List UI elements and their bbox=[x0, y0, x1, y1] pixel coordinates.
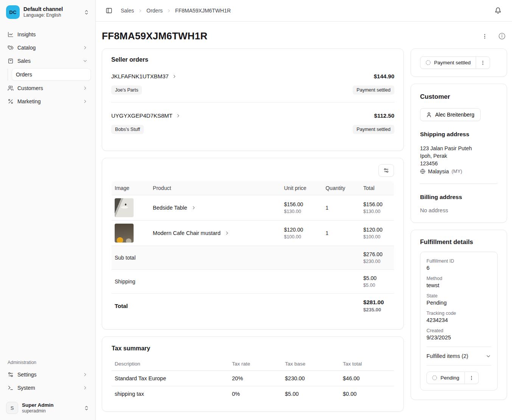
table-row: Bedside Table $156.00 $130.00 1 bbox=[112, 195, 394, 221]
fulfillment-field: State Pending bbox=[426, 293, 491, 306]
address-line: Ipoh, Perak bbox=[420, 152, 498, 160]
fulfilled-items-toggle[interactable]: Fulfilled items (2) bbox=[426, 353, 491, 359]
chevron-right-icon bbox=[138, 8, 143, 13]
sidebar-item-settings[interactable]: Settings bbox=[5, 369, 91, 380]
country-name: Malaysia bbox=[428, 168, 449, 175]
product-link[interactable]: Modern Cafe Chair mustard bbox=[153, 230, 278, 236]
seller-order-link[interactable]: JKLFAFNK1UTXBM37 bbox=[111, 73, 177, 79]
breadcrumb-current: FF8MA59XJM6TWH1R bbox=[175, 8, 231, 14]
quantity-value: 1 bbox=[325, 205, 328, 211]
admin-nav: Settings System bbox=[5, 369, 91, 394]
sidebar-item-customers[interactable]: Customers bbox=[5, 82, 91, 94]
sidebar-item-marketing[interactable]: Marketing bbox=[5, 96, 91, 107]
shopping-bag-icon bbox=[8, 58, 14, 64]
quantity-value: 1 bbox=[325, 230, 328, 236]
customer-link-button[interactable]: Alec Breitenberg bbox=[420, 108, 481, 121]
product-name: Modern Cafe Chair mustard bbox=[153, 230, 221, 236]
sidebar-item-sales[interactable]: Sales bbox=[5, 55, 91, 67]
field-value: 6 bbox=[426, 265, 491, 271]
total-value: $281.00 bbox=[363, 299, 391, 305]
tax-rate: 0% bbox=[229, 386, 282, 401]
sidebar-item-label: Marketing bbox=[17, 98, 79, 104]
chevron-down-icon bbox=[486, 353, 491, 359]
tax-summary-card: Tax summary Description Tax rate Tax bas… bbox=[102, 336, 404, 412]
chevron-right-icon bbox=[82, 385, 88, 390]
seller-order-code: UYGYXGEP4D7KS8MT bbox=[111, 112, 173, 119]
column-header-tax-total: Tax total bbox=[340, 357, 394, 371]
seller-name-badge: Bobs's Stuff bbox=[111, 125, 144, 134]
shipping-value: $5.00 bbox=[363, 275, 391, 281]
order-state-menu-button[interactable] bbox=[476, 57, 490, 68]
unit-price-net: $130.00 bbox=[284, 209, 319, 214]
fulfillment-field: Method tewst bbox=[426, 276, 491, 288]
column-header-image: Image bbox=[112, 181, 150, 195]
shipping-label: Shipping bbox=[115, 278, 135, 285]
table-row: shipping tax 0% $5.00 $0.00 bbox=[112, 386, 394, 401]
billing-address-empty: No address bbox=[420, 207, 498, 213]
seller-order-row: UYGYXGEP4D7KS8MT $112.50 Bobs's Stuff Pa… bbox=[111, 102, 394, 142]
sidebar-item-catalog[interactable]: Catalog bbox=[5, 42, 91, 53]
sliders-icon bbox=[8, 372, 14, 378]
order-state-button[interactable]: Payment settled bbox=[420, 57, 476, 68]
globe-icon bbox=[420, 169, 425, 174]
fulfillment-state-button[interactable]: Pending bbox=[427, 372, 464, 384]
user-menu[interactable]: S Super Admin superadmin bbox=[5, 400, 91, 415]
field-value: 4234234 bbox=[426, 317, 491, 323]
bell-icon[interactable] bbox=[495, 7, 501, 14]
chevron-right-icon bbox=[191, 205, 196, 210]
field-label: State bbox=[426, 293, 491, 299]
fulfillment-field: Tracking code 4234234 bbox=[426, 311, 491, 323]
chevron-right-icon bbox=[82, 86, 88, 91]
field-label: Method bbox=[426, 276, 491, 281]
column-header-product: Product bbox=[150, 181, 281, 195]
product-link[interactable]: Bedside Table bbox=[153, 205, 278, 211]
fulfillment-state-menu-button[interactable] bbox=[464, 372, 478, 384]
sidebar-toggle-icon[interactable] bbox=[106, 7, 112, 14]
channel-meta: Default channel Language: English bbox=[23, 6, 80, 19]
fulfillment-details-card: Fulfillment details Fulfillment ID 6 Met… bbox=[411, 230, 507, 400]
tax-total: $0.00 bbox=[340, 386, 394, 401]
page-actions bbox=[482, 33, 506, 40]
table-settings-button[interactable] bbox=[378, 164, 394, 177]
order-lines-card: Image Product Unit price Quantity Total bbox=[102, 158, 404, 330]
subtotal-label: Sub total bbox=[115, 255, 135, 261]
breadcrumb-orders[interactable]: Orders bbox=[146, 8, 163, 14]
field-label: Fulfillment ID bbox=[426, 258, 491, 264]
tax-rate: 20% bbox=[229, 371, 282, 386]
tax-summary-title: Tax summary bbox=[112, 345, 394, 352]
sidebar-item-label: Sales bbox=[17, 58, 79, 64]
table-header-row: Description Tax rate Tax base Tax total bbox=[112, 357, 394, 371]
info-icon[interactable] bbox=[498, 33, 506, 40]
sidebar-item-label: Catalog bbox=[17, 45, 79, 51]
sidebar-item-label: Insights bbox=[17, 31, 88, 37]
tax-summary-table: Description Tax rate Tax base Tax total … bbox=[112, 357, 394, 401]
more-vertical-icon bbox=[480, 60, 486, 65]
breadcrumb-sales[interactable]: Sales bbox=[121, 8, 134, 14]
sidebar-item-orders-active[interactable]: Orders bbox=[12, 68, 91, 81]
sidebar-item-insights[interactable]: Insights bbox=[5, 29, 91, 40]
chevron-right-icon bbox=[167, 8, 171, 13]
channel-language: Language: English bbox=[23, 12, 80, 18]
more-vertical-icon[interactable] bbox=[482, 33, 488, 39]
chart-line-icon bbox=[8, 31, 14, 37]
user-role: superadmin bbox=[22, 408, 80, 414]
sidebar-item-label: Settings bbox=[17, 372, 79, 378]
seller-order-link[interactable]: UYGYXGEP4D7KS8MT bbox=[111, 112, 181, 119]
field-value: tewst bbox=[426, 282, 491, 288]
channel-switcher[interactable]: DC Default channel Language: English bbox=[5, 4, 91, 20]
content: FF8MA59XJM6TWH1R Seller orders bbox=[96, 22, 512, 420]
divider bbox=[420, 184, 498, 184]
tags-icon bbox=[8, 45, 14, 51]
total-label: Total bbox=[115, 303, 128, 309]
seller-order-total: $112.50 bbox=[374, 112, 394, 119]
order-lines-table: Image Product Unit price Quantity Total bbox=[112, 181, 394, 318]
sidebar-item-system[interactable]: System bbox=[5, 382, 91, 394]
page-title: FF8MA59XJM6TWH1R bbox=[102, 30, 207, 42]
tax-base: $230.00 bbox=[282, 371, 340, 386]
country-line: Malaysia (MY) bbox=[420, 168, 498, 175]
breadcrumb: Sales Orders FF8MA59XJM6TWH1R bbox=[121, 8, 231, 14]
chevron-right-icon bbox=[224, 230, 230, 236]
status-badge: Payment settled bbox=[353, 86, 394, 95]
country-code: (MY) bbox=[451, 168, 462, 175]
chevron-right-icon bbox=[82, 372, 88, 377]
